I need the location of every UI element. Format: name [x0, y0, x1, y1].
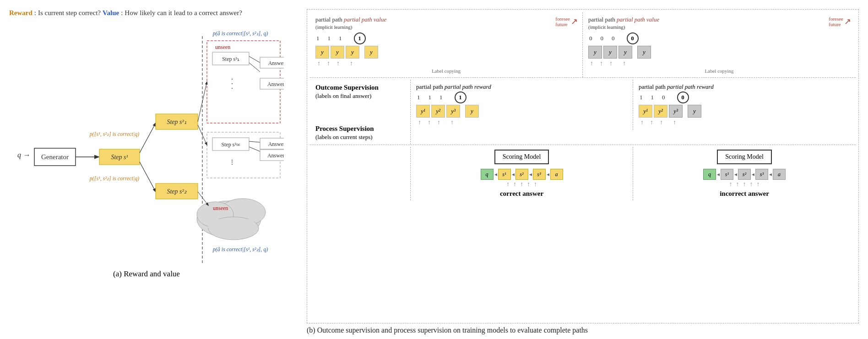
svg-line-45 — [198, 192, 208, 205]
token-y-g1: y — [588, 46, 602, 59]
numbers-row-outcome-incorrect: 0 0 0 0 — [589, 32, 850, 44]
left-panel: Reward : Is current step correct? Value … — [9, 5, 293, 334]
reward-label: Reward — [9, 9, 33, 17]
svg-text:Step s³∞: Step s³∞ — [221, 141, 240, 148]
foresee-arrow-2: ↗ — [844, 16, 851, 27]
partial-reward-1: partial path reward — [445, 83, 491, 90]
process-subtitle-text: (labels on current steps) — [315, 134, 373, 140]
proc-nums-incorrect: 1 1 0 0 — [640, 91, 850, 103]
value-colon: : — [121, 9, 123, 17]
seq-q-correct: q — [481, 169, 494, 180]
outcome-left: foreseefuture ↗ partial path partial pat… — [310, 12, 583, 77]
foresee-label-outcome-left: foreseefuture ↗ — [555, 16, 578, 27]
partial-value-2: partial path value — [617, 16, 659, 23]
foresee-label-outcome-right: foreseefuture ↗ — [829, 16, 851, 27]
outcome-row: foreseefuture ↗ partial path partial pat… — [310, 12, 856, 78]
outcome-title: Outcome Supervision (labels on final ans… — [315, 83, 405, 100]
titles-col: Outcome Supervision (labels on final ans… — [310, 80, 411, 145]
svg-text:·: · — [231, 85, 233, 92]
proc-up-arrows-2: ↑ ↑ ↑ ↑ — [640, 119, 850, 126]
svg-text:p(â is correct|[s¹, s²₂], q): p(â is correct|[s¹, s²₂], q) — [212, 246, 268, 253]
seq-q-incorrect: q — [703, 169, 716, 180]
proc-y1: y¹ — [416, 105, 430, 118]
implicit-label-2: (implicit learning) — [588, 24, 850, 30]
reward-desc: Is current step correct? — [38, 9, 101, 17]
scoring-spacer — [310, 147, 411, 200]
proc-circled-correct: 1 — [455, 91, 467, 103]
partial-reward-label-1: partial path partial path reward — [416, 83, 627, 91]
up-arr-1: ↑ — [317, 60, 320, 67]
correct-label: correct answer — [416, 190, 627, 198]
svg-text:unseen: unseen — [215, 44, 230, 50]
main-container: Reward : Is current step correct? Value … — [0, 0, 868, 339]
svg-rect-42 — [208, 219, 254, 228]
foresee-arrow-1: ↗ — [571, 16, 578, 27]
token-y1: y — [315, 46, 329, 59]
partial-reward-label-2: partial path partial path reward — [639, 83, 850, 91]
svg-text:Answer a∞: Answer a∞ — [267, 152, 284, 159]
token-y3: y — [346, 46, 359, 59]
outcome-subtitle-text: (labels on final answer) — [315, 92, 371, 99]
legend-row: Reward : Is current step correct? Value … — [9, 9, 293, 17]
scoring-box-correct: Scoring Model — [494, 150, 549, 164]
scoring-up-arrows-correct: ↑ ↑ ↑ ↑ ↑ — [416, 181, 627, 188]
num-0-2: 0 — [601, 35, 604, 42]
scoring-correct: Scoring Model q ◂ s¹ ◂ s² ◂ s³ ◂ a ↑ — [411, 147, 633, 200]
num-3: 1 — [339, 35, 342, 42]
proc-y3: y³ — [446, 105, 460, 118]
token-y-g2: y — [603, 46, 617, 59]
scoring-seq-incorrect: q ◂ s¹ ◂ s² ◂ s³ ◂ a — [639, 169, 850, 180]
svg-text:Answer a₁: Answer a₁ — [268, 141, 284, 147]
value-desc: How likely can it lead to a correct answ… — [125, 9, 242, 17]
right-panel: foreseefuture ↗ partial path partial pat… — [293, 5, 859, 334]
proc-yi-final: y — [688, 105, 701, 118]
partial-path-label-2: partial path partial path value — [588, 16, 850, 23]
proc-up-arrows-1: ↑ ↑ ↑ ↑ — [418, 119, 627, 126]
svg-text:p(â is correct|[s¹, s²₁], q): p(â is correct|[s¹, s²₁], q) — [212, 30, 268, 37]
proc-y2: y² — [431, 105, 445, 118]
numbers-row-outcome-correct: 1 1 1 1 — [316, 32, 577, 44]
token-y2: y — [331, 46, 344, 59]
process-correct-col: partial path partial path reward 1 1 1 1… — [411, 80, 633, 130]
svg-text:p([s¹, s²₂] is correct|q): p([s¹, s²₂] is correct|q) — [89, 175, 139, 182]
svg-text:Answer a∞: Answer a∞ — [267, 81, 284, 87]
up-arrows-1: ↑ ↑ ↑ ↑ — [317, 60, 577, 67]
up-arrows-2: ↑ ↑ ↑ ↑ — [590, 60, 850, 67]
svg-text:unseen: unseen — [213, 205, 228, 211]
svg-line-33 — [249, 147, 260, 151]
implicit-label-1: (implicit learning) — [315, 24, 577, 30]
up-arr-2: ↑ — [327, 60, 330, 67]
seq-s3-incorrect: s³ — [755, 169, 768, 180]
svg-text:p([s¹, s²₁] is correct|q): p([s¹, s²₁] is correct|q) — [89, 131, 139, 137]
svg-line-19 — [249, 56, 260, 63]
seq-a-correct: a — [550, 169, 563, 180]
seq-s3-correct: s³ — [533, 169, 546, 180]
caption-b-text: (b) Outcome supervision and process supe… — [307, 326, 588, 334]
process-title-text: Process Supervision — [315, 125, 374, 132]
partial-reward-2: partial path reward — [667, 83, 714, 90]
svg-line-20 — [249, 63, 260, 72]
proc-tokens-correct: y¹ y² y³ y — [416, 105, 627, 118]
svg-line-6 — [140, 123, 156, 153]
proc-yi2: y² — [654, 105, 667, 118]
reward-colon: : — [34, 9, 36, 17]
left-caption: (a) Reward and value — [9, 269, 284, 279]
svg-text:Step s²₁: Step s²₁ — [167, 118, 186, 125]
token-row-outcome-correct: y y y y — [315, 46, 577, 59]
up-arr-4: ↑ — [350, 60, 353, 67]
left-svg: q → Generator Step s¹ Step s²₁ Step s²₂ — [9, 22, 284, 279]
scoring-box-incorrect: Scoring Model — [717, 150, 772, 164]
circled-1: 1 — [354, 32, 366, 44]
scoring-row: Scoring Model q ◂ s¹ ◂ s² ◂ s³ ◂ a ↑ — [310, 147, 856, 200]
svg-line-7 — [140, 162, 156, 192]
proc-yi3: y³ — [669, 105, 683, 118]
token-y-g3: y — [618, 46, 632, 59]
proc-circled-incorrect: 0 — [677, 91, 689, 103]
seq-s2-incorrect: s² — [738, 169, 751, 180]
partial-value-1: partial path value — [344, 16, 386, 23]
outcome-right: foreseefuture ↗ partial path partial pat… — [583, 12, 856, 77]
outcome-title-text: Outcome Supervision — [315, 84, 379, 91]
supervision-grid: foreseefuture ↗ partial path partial pat… — [307, 9, 859, 323]
scoring-seq-correct: q ◂ s¹ ◂ s² ◂ s³ ◂ a — [416, 169, 627, 180]
token-y-final: y — [364, 46, 378, 59]
